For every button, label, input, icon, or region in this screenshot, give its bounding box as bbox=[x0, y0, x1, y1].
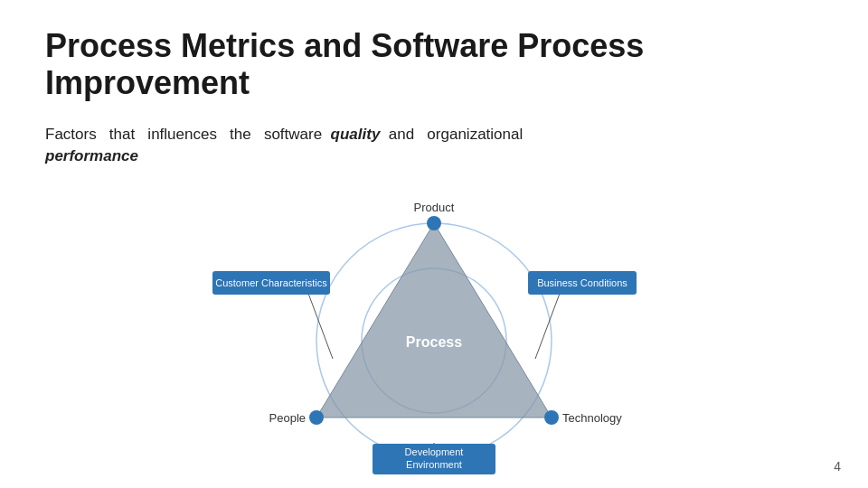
subtitle-text2: and organizational bbox=[380, 126, 523, 143]
slide: Process Metrics and Software Process Imp… bbox=[0, 0, 868, 488]
svg-text:Customer Characteristics: Customer Characteristics bbox=[215, 277, 327, 288]
svg-text:Product: Product bbox=[414, 201, 455, 214]
svg-point-6 bbox=[427, 216, 441, 230]
svg-text:Process: Process bbox=[406, 334, 462, 350]
svg-point-7 bbox=[309, 410, 324, 425]
diagram-svg: Process Product People Technology Custom… bbox=[199, 192, 669, 481]
svg-marker-2 bbox=[316, 223, 552, 418]
subtitle-text1: Factors that influences the software bbox=[45, 126, 331, 143]
diagram-area: Process Product People Technology Custom… bbox=[45, 183, 823, 488]
slide-subtitle: Factors that influences the software qua… bbox=[45, 124, 823, 167]
svg-text:Environment: Environment bbox=[406, 459, 462, 470]
svg-text:People: People bbox=[269, 411, 306, 425]
svg-text:Business Conditions: Business Conditions bbox=[537, 277, 627, 288]
page-number: 4 bbox=[834, 459, 841, 474]
svg-point-8 bbox=[544, 410, 559, 425]
subtitle-italic: quality bbox=[331, 126, 381, 143]
svg-line-3 bbox=[307, 291, 333, 359]
slide-title: Process Metrics and Software Process Imp… bbox=[45, 27, 823, 102]
svg-text:Technology: Technology bbox=[562, 411, 622, 425]
svg-line-4 bbox=[535, 291, 561, 359]
svg-text:Development: Development bbox=[405, 446, 464, 457]
subtitle-line2: performance bbox=[45, 147, 138, 164]
